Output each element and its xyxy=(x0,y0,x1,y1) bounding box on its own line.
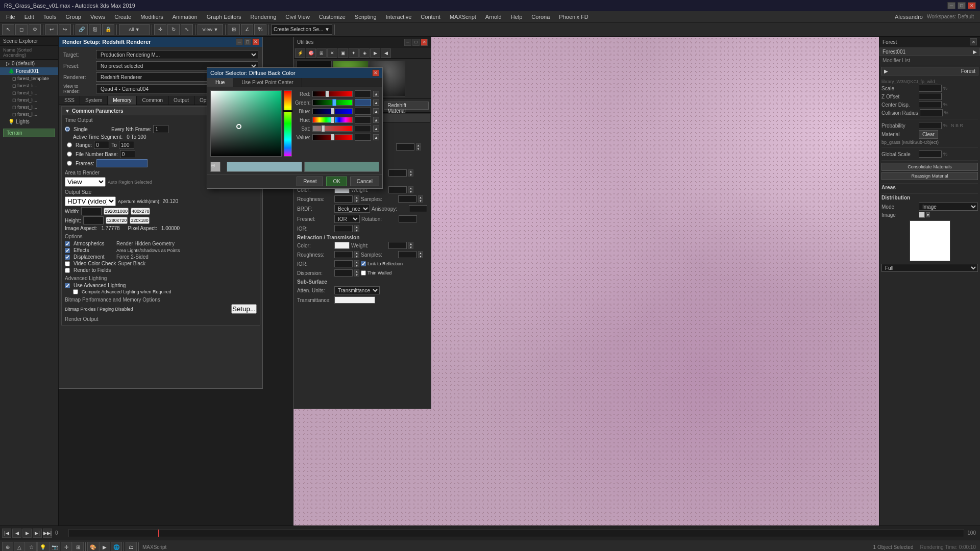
unlink-btn[interactable]: ⛓ xyxy=(89,24,101,35)
cancel-btn[interactable]: Cancel xyxy=(350,177,379,186)
bt-shape-btn[interactable]: ☆ xyxy=(26,542,37,552)
blue-up[interactable]: ▲ xyxy=(373,108,379,114)
render-fields-check[interactable] xyxy=(65,268,70,273)
hue-strip[interactable] xyxy=(284,90,292,157)
tools-btn[interactable]: ⚙ xyxy=(29,24,41,35)
color-gradient[interactable] xyxy=(210,90,282,157)
diffuse-weight-down[interactable]: ▼ xyxy=(416,147,421,151)
ior-down[interactable]: ▼ xyxy=(354,229,359,232)
scene-lights[interactable]: 💡 Lights xyxy=(0,118,58,126)
disp-up[interactable]: ▲ xyxy=(354,269,359,273)
tab-output[interactable]: Output xyxy=(168,96,194,105)
bt-camera-btn[interactable]: 📷 xyxy=(49,542,60,552)
refl-samples-down[interactable]: ▼ xyxy=(418,199,423,203)
tab-common[interactable]: Common xyxy=(137,96,168,105)
blue-value[interactable]: 128 xyxy=(355,108,371,115)
width-input[interactable]: 1280 xyxy=(81,207,102,215)
menu-corona[interactable]: Corona xyxy=(527,13,554,21)
red-up[interactable]: ▲ xyxy=(373,91,379,97)
scene-forest-li1[interactable]: ◻ forest_li... xyxy=(0,82,58,89)
sat-value[interactable]: 66 xyxy=(355,125,371,132)
timeline-prev-btn[interactable]: ◀ xyxy=(12,529,21,538)
fp-forest-header[interactable]: ▶ Forest xyxy=(881,67,978,76)
refl-samples-up[interactable]: ▲ xyxy=(418,195,423,199)
refl-roughness-input[interactable]: 0.0 xyxy=(334,195,353,203)
refl-roughness-down[interactable]: ▼ xyxy=(354,199,359,203)
mat-close[interactable]: ✕ xyxy=(421,39,428,46)
thin-walled-check[interactable] xyxy=(361,270,366,276)
menu-modifiers[interactable]: Modifiers xyxy=(136,13,167,21)
ok-btn[interactable]: OK xyxy=(326,177,347,186)
fp-close[interactable]: ✕ xyxy=(970,38,977,45)
color-dialog-close[interactable]: ✕ xyxy=(372,69,379,77)
value-up[interactable]: ▲ xyxy=(373,134,379,140)
refr-color-swatch[interactable] xyxy=(334,242,350,249)
timeline-track[interactable] xyxy=(68,529,964,537)
color-tab-pivot[interactable]: Use Pivot Point Center xyxy=(233,78,302,87)
refr-weight-down[interactable]: ▼ xyxy=(408,245,413,249)
res-320-btn[interactable]: 320x180 xyxy=(130,217,150,224)
refr-samples-input[interactable]: 8 xyxy=(398,251,416,258)
menu-animation[interactable]: Animation xyxy=(168,13,202,21)
hue-value[interactable]: 128 xyxy=(355,116,371,123)
refl-samples-input[interactable]: 256 xyxy=(398,195,416,203)
range-from-input[interactable] xyxy=(94,141,109,149)
angle-snap[interactable]: ∠ xyxy=(241,24,253,35)
hue-slider[interactable] xyxy=(312,117,353,123)
fp-material-clear-btn[interactable]: Clear xyxy=(919,130,938,139)
dispersion-input[interactable]: 0.0 xyxy=(334,269,353,277)
ior-up[interactable]: ▲ xyxy=(354,225,359,229)
target-dropdown[interactable]: Production Rendering M... xyxy=(96,50,258,59)
terrain-label[interactable]: Terrain xyxy=(3,129,55,137)
mat-tool-7[interactable]: ◈ xyxy=(359,48,370,58)
scene-forest-li2[interactable]: ◻ forest_li... xyxy=(0,89,58,96)
refr-samples-down[interactable]: ▼ xyxy=(418,255,423,258)
brdf-dropdown[interactable]: Beck_nce) xyxy=(334,205,370,213)
bt-helper-btn[interactable]: ✛ xyxy=(61,542,72,552)
mat-tool-4[interactable]: ✕ xyxy=(327,48,337,58)
range-to-input[interactable] xyxy=(119,141,134,149)
scene-forest-li3[interactable]: ◻ forest_li... xyxy=(0,96,58,104)
anisotropy-input[interactable]: 0.0 xyxy=(409,205,427,212)
menu-edit[interactable]: Edit xyxy=(20,13,38,21)
refr-roughness-input[interactable]: 0.0 xyxy=(334,251,353,258)
fp-global-scale-input[interactable]: 100.0 xyxy=(919,151,942,158)
ior-input[interactable]: 1.5 xyxy=(334,225,353,232)
bt-mat-editor-btn[interactable]: 🎨 xyxy=(87,542,99,552)
refr-ior-up[interactable]: ▲ xyxy=(354,260,359,264)
scene-forest-li4[interactable]: ◻ forest_li... xyxy=(0,104,58,111)
atmospherics-check[interactable] xyxy=(65,241,70,246)
green-up[interactable]: ▲ xyxy=(373,99,379,106)
refr-roughness-up[interactable]: ▲ xyxy=(354,251,359,255)
bt-env-btn[interactable]: 🌐 xyxy=(111,542,122,552)
hdtv-dropdown[interactable]: HDTV (video) xyxy=(65,196,116,206)
timeline-play-btn[interactable]: ▶ xyxy=(22,529,32,538)
fresnel-dropdown[interactable]: IOR xyxy=(334,215,360,223)
undo-btn[interactable]: ↩ xyxy=(45,24,58,35)
displacement-check[interactable] xyxy=(65,255,70,260)
mat-tool-5[interactable]: ▣ xyxy=(338,48,348,58)
bt-create-btn[interactable]: ⊕ xyxy=(2,542,13,552)
bind-btn[interactable]: 🔒 xyxy=(102,24,114,35)
timeline-next-btn[interactable]: ▶| xyxy=(33,529,42,538)
red-value[interactable]: 95 xyxy=(355,90,371,97)
refl-roughness-up[interactable]: ▲ xyxy=(354,195,359,199)
select-filter[interactable]: All ▼ xyxy=(119,24,150,35)
bt-render-btn[interactable]: ▶ xyxy=(99,542,110,552)
compute-advanced-check[interactable] xyxy=(73,289,78,294)
fp-z-offset-input[interactable]: 0.0m xyxy=(919,93,942,100)
color-tab-hue[interactable]: Hue xyxy=(207,78,233,87)
rs-minimize[interactable]: ─ xyxy=(236,38,243,45)
frames-input[interactable]: 1,3,5-12 xyxy=(96,159,148,167)
menu-create[interactable]: Create xyxy=(110,13,135,21)
menu-civil-view[interactable]: Civil View xyxy=(281,13,313,21)
rs-close[interactable]: ✕ xyxy=(252,38,259,45)
rotate-btn[interactable]: ↻ xyxy=(167,24,180,35)
select-btn[interactable]: ↖ xyxy=(2,24,14,35)
refr-weight-input[interactable]: 0.0 xyxy=(388,242,407,249)
bt-light-btn[interactable]: 💡 xyxy=(37,542,48,552)
fp-object-header[interactable]: Forest001 ▶ xyxy=(879,47,980,56)
minimize-button[interactable]: ─ xyxy=(947,2,955,9)
menu-help[interactable]: Help xyxy=(507,13,527,21)
fp-probability-input[interactable]: 0.0 xyxy=(919,122,942,129)
